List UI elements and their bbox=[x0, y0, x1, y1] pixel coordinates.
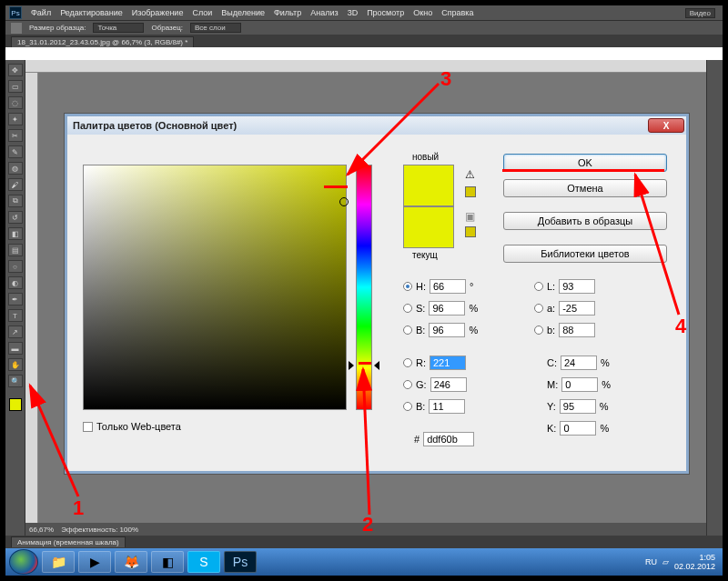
r-input[interactable] bbox=[430, 356, 466, 370]
web-only-checkbox[interactable] bbox=[83, 422, 93, 432]
lab-b-input[interactable] bbox=[559, 323, 595, 337]
taskbar-wmp-icon[interactable]: ▶ bbox=[78, 551, 111, 573]
tray-flag-icon[interactable]: ▱ bbox=[662, 557, 669, 566]
panel-dock[interactable] bbox=[706, 60, 723, 536]
blur-tool-icon[interactable]: ○ bbox=[8, 260, 23, 273]
animation-tab[interactable]: Анимация (временная шкала) bbox=[11, 536, 126, 547]
zoom-level[interactable]: 66,67% bbox=[29, 526, 54, 534]
websafe-swatch[interactable] bbox=[465, 226, 476, 237]
h-radio[interactable] bbox=[403, 282, 412, 291]
menu-help[interactable]: Справка bbox=[441, 8, 473, 17]
s-label: S: bbox=[416, 303, 425, 314]
menu-3d[interactable]: 3D bbox=[348, 8, 359, 17]
k-input[interactable] bbox=[560, 421, 596, 436]
bb-radio[interactable] bbox=[403, 402, 412, 411]
k-row: K: % bbox=[547, 421, 609, 436]
wand-tool-icon[interactable]: ✦ bbox=[8, 113, 23, 125]
h-input[interactable] bbox=[430, 279, 466, 294]
gamut-warning-icon[interactable]: ⚠ bbox=[465, 168, 475, 181]
marquee-tool-icon[interactable]: ▭ bbox=[8, 80, 23, 93]
taskbar-app-icon[interactable]: ◧ bbox=[151, 551, 184, 573]
path-tool-icon[interactable]: ↗ bbox=[8, 326, 23, 338]
brush-tool-icon[interactable]: 🖌 bbox=[8, 178, 23, 191]
menu-select[interactable]: Выделение bbox=[221, 8, 265, 17]
taskbar-firefox-icon[interactable]: 🦊 bbox=[115, 551, 147, 573]
hex-input[interactable] bbox=[423, 432, 474, 446]
annotation-1: 1 bbox=[73, 496, 84, 520]
sv-marker-icon[interactable] bbox=[339, 197, 349, 206]
bb-input[interactable] bbox=[429, 399, 465, 414]
cancel-button[interactable]: Отмена bbox=[503, 179, 667, 197]
menu-file[interactable]: Файл bbox=[31, 8, 51, 17]
l-row: L: bbox=[534, 279, 595, 294]
annotation-3: 3 bbox=[440, 67, 451, 91]
s-radio[interactable] bbox=[403, 304, 412, 313]
eyedropper-icon[interactable] bbox=[11, 23, 22, 34]
menu-layers[interactable]: Слои bbox=[192, 8, 212, 17]
l-radio[interactable] bbox=[534, 282, 543, 291]
current-color-swatch[interactable] bbox=[403, 206, 454, 248]
taskbar-photoshop-icon[interactable]: Ps bbox=[224, 551, 257, 573]
g-input[interactable] bbox=[430, 377, 467, 392]
saturation-value-field[interactable] bbox=[83, 165, 347, 410]
taskbar-explorer-icon[interactable]: 📁 bbox=[42, 551, 75, 573]
tray-lang[interactable]: RU bbox=[645, 557, 657, 566]
ruler-horizontal bbox=[25, 60, 706, 73]
pen-tool-icon[interactable]: ✒ bbox=[8, 293, 23, 306]
c-input[interactable] bbox=[561, 356, 597, 370]
document-tab[interactable]: 18_31.01.2012_23.43.05.jpg @ 66,7% (3, R… bbox=[11, 36, 194, 47]
menu-view[interactable]: Просмотр bbox=[367, 8, 404, 17]
hue-arrow-left-icon[interactable] bbox=[349, 361, 354, 370]
a-radio[interactable] bbox=[534, 304, 543, 313]
eraser-tool-icon[interactable]: ◧ bbox=[8, 227, 23, 240]
websafe-icon[interactable]: ▣ bbox=[465, 210, 475, 223]
hue-arrow-right-icon[interactable] bbox=[374, 361, 379, 370]
g-radio[interactable] bbox=[403, 380, 412, 389]
gradient-tool-icon[interactable]: ▤ bbox=[8, 244, 23, 256]
sample-size-select[interactable]: Точка bbox=[93, 23, 144, 33]
foreground-color-swatch[interactable] bbox=[9, 398, 22, 411]
sample-select[interactable]: Все слои bbox=[190, 23, 241, 33]
dialog-titlebar[interactable]: Палитра цветов (Основной цвет) X bbox=[67, 116, 686, 135]
a-input[interactable] bbox=[559, 301, 595, 316]
dodge-tool-icon[interactable]: ◐ bbox=[8, 276, 23, 289]
add-swatch-button[interactable]: Добавить в образцы bbox=[503, 212, 667, 230]
color-libraries-button[interactable]: Библиотеки цветов bbox=[503, 245, 667, 263]
ps-icon[interactable]: Ps bbox=[9, 6, 22, 19]
taskbar-skype-icon[interactable]: S bbox=[187, 551, 220, 573]
menu-window[interactable]: Окно bbox=[413, 8, 432, 17]
b-radio[interactable] bbox=[403, 326, 412, 335]
m-input[interactable] bbox=[561, 377, 598, 392]
workspace-selector[interactable]: Видео bbox=[685, 8, 715, 18]
start-button[interactable] bbox=[9, 549, 38, 575]
a-label: a: bbox=[547, 303, 555, 314]
b-input[interactable] bbox=[429, 323, 465, 337]
heal-tool-icon[interactable]: ◍ bbox=[8, 162, 23, 175]
lasso-tool-icon[interactable]: ◌ bbox=[8, 96, 23, 109]
s-input[interactable] bbox=[429, 301, 465, 316]
menu-filter[interactable]: Фильтр bbox=[274, 8, 301, 17]
stamp-tool-icon[interactable]: ⧉ bbox=[8, 195, 23, 207]
menu-edit[interactable]: Редактирование bbox=[60, 8, 123, 17]
eyedropper-tool-icon[interactable]: ✎ bbox=[8, 145, 23, 158]
gamut-swatch[interactable] bbox=[465, 186, 476, 197]
r-radio[interactable] bbox=[403, 358, 412, 367]
menu-analysis[interactable]: Анализ bbox=[310, 8, 338, 17]
zoom-tool-icon[interactable]: 🔍 bbox=[8, 375, 23, 387]
lab-b-radio[interactable] bbox=[534, 326, 543, 335]
close-button[interactable]: X bbox=[648, 118, 684, 133]
k-label: K: bbox=[547, 423, 556, 434]
move-tool-icon[interactable]: ✥ bbox=[8, 64, 23, 76]
shape-tool-icon[interactable]: ▬ bbox=[8, 342, 23, 355]
y-input[interactable] bbox=[560, 399, 596, 414]
type-tool-icon[interactable]: T bbox=[8, 309, 23, 322]
hue-slider[interactable] bbox=[356, 165, 372, 410]
system-tray[interactable]: RU ▱ 1:05 02.02.2012 bbox=[645, 553, 719, 571]
hex-label: # bbox=[414, 434, 420, 445]
l-input[interactable] bbox=[559, 279, 595, 294]
crop-tool-icon[interactable]: ✂ bbox=[8, 129, 23, 142]
history-brush-icon[interactable]: ↺ bbox=[8, 211, 23, 224]
menu-image[interactable]: Изображение bbox=[132, 8, 184, 17]
annotation-4: 4 bbox=[675, 315, 686, 338]
hand-tool-icon[interactable]: ✋ bbox=[8, 358, 23, 371]
